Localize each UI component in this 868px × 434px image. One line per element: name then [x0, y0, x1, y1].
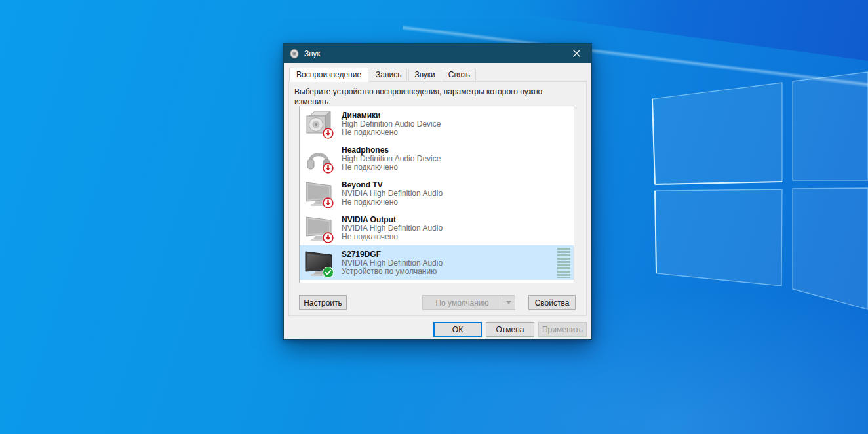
device-row-speakers[interactable]: Динамики High Definition Audio Device Не… [300, 106, 574, 141]
ok-button[interactable]: ОК [433, 322, 482, 337]
device-name: S2719DGF [342, 250, 443, 259]
audio-level-meter [557, 248, 570, 278]
device-status: Не подключено [342, 163, 441, 172]
device-row-nvidia-output[interactable]: NVIDIA Output NVIDIA High Definition Aud… [300, 210, 574, 245]
properties-button[interactable]: Свойства [528, 295, 576, 310]
red-down-arrow-badge-icon [323, 197, 334, 208]
monitor-icon [304, 214, 333, 243]
titlebar: Звук [284, 44, 591, 63]
device-name: Динамики [342, 111, 441, 120]
device-description: NVIDIA High Definition Audio [342, 259, 443, 267]
desktop-wallpaper: Звук Воспроизведение Запись Звуки Связь … [0, 0, 868, 434]
tab-page-playback: Выберите устройство воспроизведения, пар… [288, 81, 587, 316]
apply-button[interactable]: Применить [538, 322, 587, 337]
window-title: Звук [304, 49, 321, 58]
speaker-window-icon [289, 49, 300, 59]
device-list: Динамики High Definition Audio Device Не… [299, 106, 574, 283]
sound-dialog: Звук Воспроизведение Запись Звуки Связь … [283, 43, 592, 340]
tab-sounds[interactable]: Звуки [408, 69, 441, 81]
tab-communications[interactable]: Связь [443, 69, 476, 81]
device-name: NVIDIA Output [342, 215, 443, 224]
device-status: Не подключено [342, 128, 441, 137]
tab-bar: Воспроизведение Запись Звуки Связь [289, 68, 477, 81]
red-down-arrow-badge-icon [323, 163, 334, 174]
speaker-icon [304, 109, 333, 138]
tab-recording[interactable]: Запись [370, 69, 407, 81]
device-row-headphones[interactable]: Headphones High Definition Audio Device … [300, 141, 574, 176]
close-icon [573, 50, 580, 57]
cancel-button[interactable]: Отмена [486, 322, 534, 337]
headphones-icon [304, 144, 333, 173]
monitor-icon [304, 179, 333, 208]
red-down-arrow-badge-icon [323, 128, 334, 139]
instruction-text: Выберите устройство воспроизведения, пар… [294, 87, 564, 107]
red-down-arrow-badge-icon [323, 232, 334, 243]
device-name: Beyond TV [342, 180, 443, 189]
device-description: High Definition Audio Device [342, 120, 441, 128]
device-description: High Definition Audio Device [342, 155, 441, 163]
chevron-down-icon[interactable] [502, 296, 515, 309]
device-status: Не подключено [342, 198, 443, 207]
device-status: Не подключено [342, 233, 443, 241]
device-row-beyond-tv[interactable]: Beyond TV NVIDIA High Definition Audio Н… [300, 176, 574, 210]
device-name: Headphones [342, 146, 441, 155]
set-default-split-button[interactable]: По умолчанию [422, 295, 515, 310]
device-description: NVIDIA High Definition Audio [342, 224, 443, 233]
monitor-dark-icon [304, 248, 333, 277]
device-description: NVIDIA High Definition Audio [342, 189, 443, 198]
close-button[interactable] [562, 44, 591, 63]
set-default-label[interactable]: По умолчанию [423, 298, 502, 307]
green-check-badge-icon [323, 267, 334, 278]
device-status: Устройство по умолчанию [342, 267, 443, 276]
device-row-s2719dgf[interactable]: S2719DGF NVIDIA High Definition Audio Ус… [300, 245, 574, 280]
tab-playback[interactable]: Воспроизведение [289, 68, 368, 82]
configure-button[interactable]: Настроить [299, 295, 347, 310]
